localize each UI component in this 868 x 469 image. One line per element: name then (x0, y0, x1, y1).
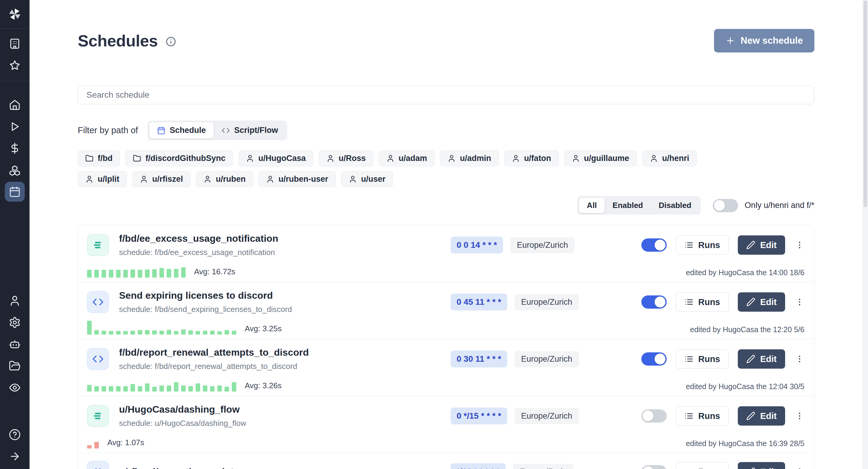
edit-button[interactable]: Edit (738, 236, 785, 255)
run-duration-bar (232, 382, 236, 392)
sidebar-item-help[interactable] (0, 424, 30, 445)
path-filter-chip[interactable]: f/bd (78, 150, 120, 166)
run-duration-bar (224, 330, 229, 335)
search-input[interactable] (78, 86, 814, 104)
list-icon (684, 241, 693, 250)
path-filter-chip[interactable]: u/user (341, 171, 393, 187)
enable-toggle[interactable] (641, 409, 667, 423)
run-duration-bar (123, 331, 128, 335)
sidebar-item-schedules[interactable] (0, 181, 30, 202)
schedule-path[interactable]: u/rfiszel/evocative_script (119, 466, 451, 469)
run-duration-bar (181, 385, 186, 392)
path-filter-chip[interactable]: u/ruben-user (258, 171, 336, 187)
path-filter-chip[interactable]: f/discordGithubSync (125, 150, 233, 166)
segmented-option[interactable]: All (579, 198, 604, 213)
list-icon (684, 411, 693, 420)
kebab-menu[interactable] (794, 295, 805, 309)
sidebar-item-runs[interactable] (0, 116, 30, 137)
edit-button[interactable]: Edit (738, 462, 785, 469)
path-filter-chip[interactable]: u/guillaume (564, 150, 637, 166)
runs-button[interactable]: Runs (676, 292, 729, 312)
segmented-option[interactable]: Enabled (604, 198, 651, 213)
chip-label: u/HugoCasa (258, 154, 306, 163)
enable-toggle[interactable] (641, 465, 667, 469)
sidebar-expand[interactable] (0, 445, 30, 467)
sidebar-item-variables[interactable] (0, 137, 30, 159)
run-duration-bar (87, 270, 92, 278)
path-filter-chip[interactable]: u/adam (379, 150, 435, 166)
runs-button[interactable]: Runs (676, 236, 729, 255)
eye-icon (9, 382, 21, 394)
sidebar-item-resources[interactable] (0, 159, 30, 181)
chip-icon (266, 175, 274, 183)
path-filter-chip[interactable]: u/ruben (196, 171, 253, 187)
kebab-icon (795, 467, 804, 469)
sidebar (0, 0, 30, 469)
segmented-option[interactable]: Schedule (149, 122, 214, 139)
path-filter-chip[interactable]: u/lplit (78, 171, 127, 187)
path-filter-chip[interactable]: u/henri (642, 150, 697, 166)
edit-button[interactable]: Edit (738, 406, 785, 426)
edit-button[interactable]: Edit (738, 292, 785, 312)
enable-toggle[interactable] (641, 352, 667, 366)
plus-icon (725, 36, 735, 45)
run-duration-bar (159, 331, 164, 335)
schedule-path[interactable]: f/bd/report_renewal_attempts_to_discord (119, 347, 451, 358)
schedule-target: schedule: u/HugoCasa/dashing_flow (119, 419, 451, 428)
runs-button[interactable]: Runs (676, 349, 729, 369)
run-duration-bar (188, 386, 193, 392)
edited-by: edited by HugoCasa the 14:00 18/6 (686, 268, 804, 277)
kebab-menu[interactable] (794, 352, 805, 366)
info-icon[interactable] (166, 36, 176, 47)
sidebar-item-folders[interactable] (0, 355, 30, 377)
segmented-option[interactable]: Disabled (651, 198, 699, 213)
path-filter-chip[interactable]: u/Ross (319, 150, 373, 166)
sidebar-item-workspace[interactable] (0, 33, 30, 55)
pencil-icon (746, 467, 755, 469)
chip-label: u/guillaume (584, 154, 629, 163)
run-duration-bar (130, 384, 135, 392)
schedule-path[interactable]: u/HugoCasa/dashing_flow (119, 404, 451, 415)
segmented-option-label: Script/Flow (234, 126, 278, 135)
run-duration-bar (94, 386, 99, 392)
path-filter-chip[interactable]: u/admin (440, 150, 499, 166)
only-henri-toggle[interactable] (713, 199, 738, 212)
runs-button[interactable]: Runs (676, 462, 729, 469)
page-scrollbar[interactable] (863, 0, 868, 469)
sidebar-item-favorites[interactable] (0, 55, 30, 76)
path-filter-chip[interactable]: u/HugoCasa (239, 150, 313, 166)
avg-duration: Avg: 3.25s (245, 324, 281, 333)
segmented-option-icon (221, 126, 230, 135)
sidebar-item-audit-logs[interactable] (0, 377, 30, 399)
run-duration-bar (94, 330, 99, 335)
kebab-menu[interactable] (794, 465, 805, 469)
segmented-option[interactable]: Script/Flow (214, 122, 286, 139)
schedule-path[interactable]: f/bd/ee_excess_usage_notification (119, 233, 451, 244)
sidebar-item-home[interactable] (0, 94, 30, 116)
chip-icon (140, 175, 148, 183)
chip-label: f/bd (98, 154, 113, 163)
kebab-menu[interactable] (794, 409, 805, 423)
runs-button[interactable]: Runs (676, 406, 729, 426)
schedule-target: schedule: f/bd/send_expiring_licenses_to… (119, 305, 451, 314)
windmill-logo[interactable] (0, 0, 30, 29)
schedule-path[interactable]: Send expiring licenses to discord (119, 290, 451, 301)
path-filter-chip[interactable]: u/faton (504, 150, 559, 166)
chip-icon (386, 154, 395, 162)
sidebar-item-workers[interactable] (0, 333, 30, 355)
edit-button[interactable]: Edit (738, 349, 785, 369)
enable-toggle[interactable] (641, 239, 667, 252)
run-duration-bar (94, 270, 99, 278)
sidebar-item-settings[interactable] (0, 312, 30, 333)
run-duration-bar (152, 269, 157, 278)
robot-icon (9, 338, 21, 350)
new-schedule-button[interactable]: New schedule (714, 29, 814, 53)
run-duration-bar (109, 270, 113, 278)
sidebar-item-users[interactable] (0, 290, 30, 312)
pencil-icon (746, 241, 755, 250)
enable-toggle[interactable] (641, 295, 667, 309)
kebab-menu[interactable] (794, 238, 805, 252)
run-duration-bar (101, 270, 106, 278)
path-filter-chip[interactable]: u/rfiszel (132, 171, 190, 187)
run-duration-bar (87, 445, 92, 448)
